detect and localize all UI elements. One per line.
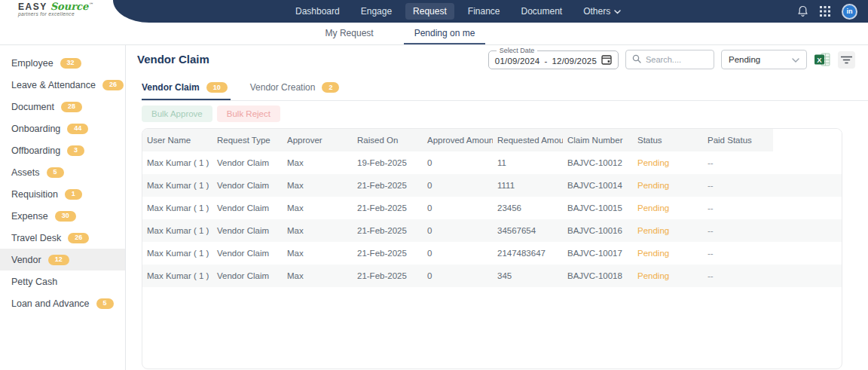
table-row[interactable]: Max Kumar ( 1 ) Vendor Claim Max 21-Feb-… xyxy=(142,174,842,197)
sidebar-item-label: Employee xyxy=(11,58,53,69)
date-separator: - xyxy=(544,57,547,66)
sidebar-item-offboarding[interactable]: Offboarding 3 xyxy=(0,139,125,161)
table-row[interactable]: Max Kumar ( 1 ) Vendor Claim Max 19-Feb-… xyxy=(142,151,842,174)
cell-raised-on: 19-Feb-2025 xyxy=(353,158,423,167)
table-row[interactable]: Max Kumar ( 1 ) Vendor Claim Max 21-Feb-… xyxy=(142,265,842,287)
cell-status: Pending xyxy=(633,249,703,258)
cell-user-name: Max Kumar ( 1 ) xyxy=(142,203,212,213)
sidebar-item-label: Assets xyxy=(11,167,40,178)
count-badge: 28 xyxy=(61,102,82,112)
cell-approver: Max xyxy=(283,181,353,190)
cell-approved-amount: 0 xyxy=(423,203,493,213)
sidebar-item-requisition[interactable]: Requisition 1 xyxy=(0,183,125,205)
nav-item-engage[interactable]: Engage xyxy=(353,3,399,20)
search-input[interactable] xyxy=(646,55,706,64)
cell-requested-amount: 2147483647 xyxy=(493,249,563,258)
cell-paid-status: -- xyxy=(703,203,773,213)
column-header-status[interactable]: Status xyxy=(633,129,703,151)
bulk-approve-button[interactable]: Bulk Approve xyxy=(142,105,212,122)
column-header-approver[interactable]: Approver xyxy=(283,129,353,151)
cell-requested-amount: 1111 xyxy=(493,181,563,190)
calendar-icon[interactable] xyxy=(601,54,612,68)
column-header-approved-amount[interactable]: Approved Amount xyxy=(423,129,493,151)
nav-item-dashboard[interactable]: Dashboard xyxy=(288,3,347,20)
svg-text:X: X xyxy=(817,56,822,64)
sidebar-item-label: Vendor xyxy=(11,255,41,265)
nav-item-document[interactable]: Document xyxy=(514,3,570,20)
cell-approved-amount: 0 xyxy=(423,226,493,235)
column-header-claim-number[interactable]: Claim Number xyxy=(563,129,633,151)
count-badge: 26 xyxy=(68,233,89,243)
cell-raised-on: 21-Feb-2025 xyxy=(353,203,423,213)
nav-item-request[interactable]: Request xyxy=(405,3,454,20)
sidebar-item-label: Travel Desk xyxy=(11,233,61,243)
sidebar-item-employee[interactable]: Employee 32 xyxy=(0,52,125,74)
cell-request-type: Vendor Claim xyxy=(212,271,283,280)
sidebar-item-loan-and-advance[interactable]: Loan and Advance 5 xyxy=(0,292,125,314)
tab-pending-on-me[interactable]: Pending on me xyxy=(404,23,486,44)
table-row[interactable]: Max Kumar ( 1 ) Vendor Claim Max 21-Feb-… xyxy=(142,197,842,219)
filter-icon[interactable] xyxy=(838,51,855,69)
cell-request-type: Vendor Claim xyxy=(212,158,283,167)
cell-approved-amount: 0 xyxy=(423,271,493,280)
column-header-user-name[interactable]: User Name xyxy=(142,129,212,151)
sidebar-item-label: Onboarding xyxy=(11,124,60,134)
linkedin-logo-icon[interactable]: in xyxy=(842,4,857,20)
tab-vendor-creation[interactable]: Vendor Creation 2 xyxy=(250,76,343,100)
cell-paid-status: -- xyxy=(703,181,773,190)
cell-raised-on: 21-Feb-2025 xyxy=(353,249,423,258)
cell-raised-on: 21-Feb-2025 xyxy=(353,271,423,280)
apps-grid-icon[interactable] xyxy=(820,6,830,17)
tab-label: Vendor Creation xyxy=(250,82,316,93)
table-row[interactable]: Max Kumar ( 1 ) Vendor Claim Max 21-Feb-… xyxy=(142,242,842,265)
cell-approver: Max xyxy=(283,158,353,167)
logo-source-text: Source™ xyxy=(50,2,93,11)
cell-claim-number: BAJVC-10012 xyxy=(563,158,633,167)
bulk-reject-button[interactable]: Bulk Reject xyxy=(217,105,280,122)
cell-request-type: Vendor Claim xyxy=(212,181,283,190)
date-from-value[interactable]: 01/09/2024 xyxy=(495,57,540,66)
nav-item-finance[interactable]: Finance xyxy=(460,3,508,20)
date-range-field[interactable]: Select Date 01/09/2024 - 12/09/2025 xyxy=(488,47,619,69)
tab-vendor-claim[interactable]: Vendor Claim 10 xyxy=(142,76,231,100)
table-row[interactable]: Max Kumar ( 1 ) Vendor Claim Max 21-Feb-… xyxy=(142,219,842,242)
date-to-value[interactable]: 12/09/2025 xyxy=(552,57,597,66)
cell-request-type: Vendor Claim xyxy=(212,226,283,235)
tab-label: Vendor Claim xyxy=(142,82,200,93)
column-header-requested-amount[interactable]: Requested Amount xyxy=(493,129,563,151)
sidebar-item-expense[interactable]: Expense 30 xyxy=(0,205,125,227)
column-header-request-type[interactable]: Request Type xyxy=(212,129,283,151)
sidebar-item-vendor[interactable]: Vendor 12 xyxy=(0,249,125,271)
cell-paid-status: -- xyxy=(703,158,773,167)
tab-my-request[interactable]: My Request xyxy=(315,23,384,44)
column-header-paid-status[interactable]: Paid Status xyxy=(703,129,773,151)
sidebar-item-assets[interactable]: Assets 5 xyxy=(0,161,125,183)
sidebar-item-label: Requisition xyxy=(11,189,58,200)
cell-paid-status: -- xyxy=(703,271,773,280)
cell-claim-number: BAJVC-10014 xyxy=(563,181,633,190)
cell-user-name: Max Kumar ( 1 ) xyxy=(142,181,212,190)
status-filter-select[interactable]: Pending xyxy=(721,50,807,69)
column-header-raised-on[interactable]: Raised On xyxy=(353,129,423,151)
cell-status: Pending xyxy=(633,203,703,213)
cell-status: Pending xyxy=(633,181,703,190)
primary-nav: Dashboard Engage Request Finance Documen… xyxy=(288,3,628,20)
cell-requested-amount: 34567654 xyxy=(493,226,563,235)
sidebar-item-onboarding[interactable]: Onboarding 44 xyxy=(0,118,125,139)
nav-item-others[interactable]: Others xyxy=(576,3,628,20)
sidebar-item-document[interactable]: Document 28 xyxy=(0,96,125,118)
primary-nav-bar: Dashboard Engage Request Finance Documen… xyxy=(113,0,868,23)
excel-export-icon[interactable]: X xyxy=(814,51,831,69)
logo-tagline: partners for excellence xyxy=(18,12,93,17)
chevron-down-icon xyxy=(792,55,799,64)
sidebar-item-leave-attendance[interactable]: Leave & Attendance 26 xyxy=(0,74,125,96)
sidebar-item-travel-desk[interactable]: Travel Desk 26 xyxy=(0,227,125,249)
cell-user-name: Max Kumar ( 1 ) xyxy=(142,226,212,235)
cell-user-name: Max Kumar ( 1 ) xyxy=(142,158,212,167)
cell-approver: Max xyxy=(283,271,353,280)
bell-icon[interactable] xyxy=(797,5,808,17)
sidebar-item-label: Loan and Advance xyxy=(11,298,90,309)
vendor-tabs: Vendor Claim 10 Vendor Creation 2 xyxy=(142,76,868,101)
sidebar-item-petty-cash[interactable]: Petty Cash xyxy=(0,271,125,292)
cell-approved-amount: 0 xyxy=(423,181,493,190)
